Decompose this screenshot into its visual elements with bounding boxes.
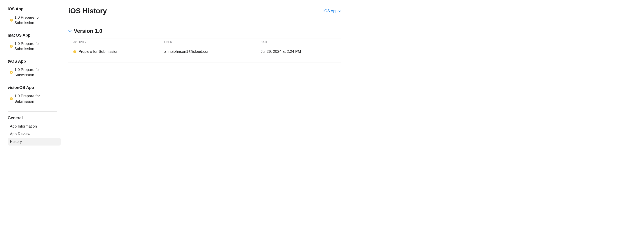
chevron-down-icon bbox=[68, 30, 72, 32]
sidebar-group-visionos: visionOS App 1.0 Prepare for Submission bbox=[8, 85, 61, 105]
sidebar-divider bbox=[8, 111, 57, 112]
history-table: ACTIVITY USER DATE Prepare for Submissio… bbox=[73, 38, 341, 57]
cell-activity: Prepare for Submission bbox=[73, 46, 164, 57]
sidebar-group-tvos: tvOS App 1.0 Prepare for Submission bbox=[8, 59, 61, 79]
column-header-user: USER bbox=[164, 38, 260, 46]
clock-icon bbox=[10, 45, 13, 48]
clock-icon bbox=[10, 71, 13, 74]
sidebar-item-ios-version[interactable]: 1.0 Prepare for Submission bbox=[8, 14, 61, 27]
version-title: Version 1.0 bbox=[74, 28, 102, 34]
sidebar-item-history[interactable]: History bbox=[8, 138, 61, 146]
clock-icon bbox=[73, 50, 76, 53]
column-header-activity: ACTIVITY bbox=[73, 38, 164, 46]
activity-label: Prepare for Submission bbox=[78, 49, 118, 54]
sidebar-heading-visionos[interactable]: visionOS App bbox=[8, 85, 61, 90]
sidebar-item-macos-version[interactable]: 1.0 Prepare for Submission bbox=[8, 40, 61, 53]
clock-icon bbox=[10, 19, 13, 21]
table-row: Prepare for Submission annejohnson1@iclo… bbox=[73, 46, 341, 57]
column-header-date: DATE bbox=[260, 38, 341, 46]
sidebar-item-visionos-version[interactable]: 1.0 Prepare for Submission bbox=[8, 92, 61, 105]
sidebar-item-label: 1.0 Prepare for Submission bbox=[14, 15, 58, 26]
cell-date: Jul 29, 2024 at 2:24 PM bbox=[260, 46, 341, 57]
sidebar-item-app-information[interactable]: App Information bbox=[8, 123, 61, 130]
footer-rule bbox=[68, 62, 341, 62]
clock-icon bbox=[10, 97, 13, 100]
sidebar-group-general: General App Information App Review Histo… bbox=[8, 116, 61, 145]
header-rule bbox=[68, 22, 341, 22]
sidebar-group-macos: macOS App 1.0 Prepare for Submission bbox=[8, 33, 61, 53]
platform-switcher[interactable]: iOS App bbox=[324, 9, 341, 13]
sidebar-divider bbox=[8, 152, 57, 152]
sidebar-item-label: 1.0 Prepare for Submission bbox=[14, 41, 58, 52]
sidebar-item-label: App Review bbox=[10, 131, 30, 137]
table-header-row: ACTIVITY USER DATE bbox=[73, 38, 341, 46]
main-content: iOS History iOS App Version 1.0 ACTIVITY… bbox=[61, 0, 348, 234]
sidebar-item-app-review[interactable]: App Review bbox=[8, 130, 61, 138]
sidebar-item-label: History bbox=[10, 139, 22, 144]
sidebar-heading-ios[interactable]: iOS App bbox=[8, 7, 61, 11]
sidebar-item-label: 1.0 Prepare for Submission bbox=[14, 67, 58, 78]
sidebar-heading-macos[interactable]: macOS App bbox=[8, 33, 61, 38]
sidebar-item-tvos-version[interactable]: 1.0 Prepare for Submission bbox=[8, 66, 61, 79]
sidebar: iOS App 1.0 Prepare for Submission macOS… bbox=[0, 0, 61, 234]
sidebar-item-label: App Information bbox=[10, 124, 37, 129]
cell-user: annejohnson1@icloud.com bbox=[164, 46, 260, 57]
sidebar-group-ios: iOS App 1.0 Prepare for Submission bbox=[8, 7, 61, 27]
version-disclosure[interactable]: Version 1.0 bbox=[68, 28, 341, 34]
sidebar-item-label: 1.0 Prepare for Submission bbox=[14, 93, 58, 104]
platform-switcher-label: iOS App bbox=[324, 9, 338, 13]
main-header: iOS History iOS App bbox=[68, 7, 341, 15]
page-title: iOS History bbox=[68, 7, 107, 15]
sidebar-heading-tvos[interactable]: tvOS App bbox=[8, 59, 61, 64]
sidebar-heading-general: General bbox=[8, 116, 61, 120]
chevron-down-icon bbox=[338, 9, 341, 13]
